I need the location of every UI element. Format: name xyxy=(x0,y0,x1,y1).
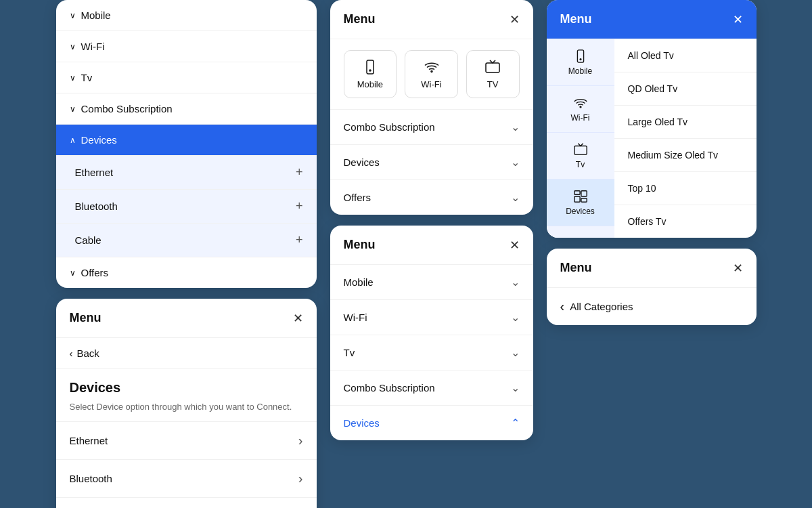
chevron-down-icon: ∨ xyxy=(70,42,76,51)
nav-combo[interactable]: ∨ Combo Subscription xyxy=(56,93,317,125)
menu-title: Menu xyxy=(560,12,592,26)
nav-offers[interactable]: ∨ Offers xyxy=(56,257,317,288)
cable-label: Cable xyxy=(75,234,102,246)
svg-rect-0 xyxy=(367,60,374,74)
devices-icon xyxy=(573,189,588,204)
chevron-down-icon xyxy=(511,191,520,204)
left-nav-tv-label: Tv xyxy=(576,160,585,169)
devices-detail-card: Menu ✕ ‹ Back Devices Select Device opti… xyxy=(56,299,317,508)
two-col-layout: Mobile Wi-Fi Tv xyxy=(547,39,757,238)
tv-label: Tv xyxy=(344,347,355,358)
left-nav-wifi-label: Wi-Fi xyxy=(571,113,590,123)
all-categories-card: Menu ✕ ‹ All Categories xyxy=(547,249,757,325)
menu-title: Menu xyxy=(560,261,592,275)
back-nav[interactable]: ‹ Back xyxy=(56,338,317,369)
bluetooth-label: Bluetooth xyxy=(75,200,118,212)
chevron-down-icon: ∨ xyxy=(70,104,76,114)
all-categories-nav[interactable]: ‹ All Categories xyxy=(547,288,757,325)
offers-item[interactable]: Offers xyxy=(330,180,533,215)
cable-item[interactable]: Cable xyxy=(56,497,317,508)
mobile-label: Mobile xyxy=(344,276,374,288)
chevron-right-icon xyxy=(298,433,303,448)
large-oled-tv[interactable]: Large Oled Tv xyxy=(614,106,757,139)
tv-icon xyxy=(573,142,588,157)
svg-rect-11 xyxy=(574,191,579,195)
chevron-down-icon: ∨ xyxy=(70,73,76,83)
ethernet-label: Ethernet xyxy=(70,435,108,446)
left-nav-tv[interactable]: Tv xyxy=(547,133,614,179)
chevron-down-icon xyxy=(511,311,520,324)
close-button[interactable]: ✕ xyxy=(510,14,520,26)
tab-mobile[interactable]: Mobile xyxy=(344,50,397,98)
card-header: Menu ✕ xyxy=(330,226,533,265)
left-nav-mobile-label: Mobile xyxy=(568,66,592,76)
nav-wifi-label: Wi-Fi xyxy=(81,41,105,52)
svg-rect-8 xyxy=(574,196,579,202)
menu-title: Menu xyxy=(70,311,102,325)
blue-menu-card: Menu ✕ Mobile xyxy=(547,0,757,238)
plus-icon[interactable]: + xyxy=(296,199,303,213)
svg-rect-3 xyxy=(486,63,499,72)
close-button[interactable]: ✕ xyxy=(733,14,743,26)
chevron-down-icon xyxy=(511,346,520,359)
tv-item[interactable]: Tv xyxy=(330,335,533,371)
top-10[interactable]: Top 10 xyxy=(614,172,757,205)
card-header: Menu ✕ xyxy=(547,249,757,288)
chevron-up-icon: ∧ xyxy=(70,135,76,145)
close-button[interactable]: ✕ xyxy=(733,262,743,274)
combo-label: Combo Subscription xyxy=(344,382,435,394)
all-oled-tv[interactable]: All Oled Tv xyxy=(614,39,757,72)
nav-wifi[interactable]: ∨ Wi-Fi xyxy=(56,31,317,62)
menu-accordion-card: Menu ✕ Mobile Wi-Fi Tv Combo Subscriptio… xyxy=(330,226,533,440)
wifi-label: Wi-Fi xyxy=(344,312,367,323)
wifi-item[interactable]: Wi-Fi xyxy=(330,300,533,335)
ethernet-item[interactable]: Ethernet xyxy=(56,421,317,459)
plus-icon[interactable]: + xyxy=(296,165,303,179)
chevron-up-icon xyxy=(511,417,520,429)
nav-tv[interactable]: ∨ Tv xyxy=(56,62,317,93)
svg-rect-9 xyxy=(581,198,586,203)
combo-subscription-item[interactable]: Combo Subscription xyxy=(330,110,533,145)
nav-devices[interactable]: ∧ Devices xyxy=(56,125,317,156)
devices-item[interactable]: Devices xyxy=(330,145,533,180)
section-heading: Devices xyxy=(56,369,317,398)
bluetooth-label: Bluetooth xyxy=(70,473,112,484)
chevron-down-icon: ∨ xyxy=(70,268,76,278)
tv-icon xyxy=(484,59,501,75)
svg-rect-7 xyxy=(574,146,586,155)
bluetooth-item[interactable]: Bluetooth xyxy=(56,459,317,497)
nav-cable[interactable]: Cable + xyxy=(56,224,317,257)
all-categories-label: All Categories xyxy=(570,301,633,312)
devices-active-item[interactable]: Devices xyxy=(330,406,533,440)
menu-title: Menu xyxy=(344,238,376,252)
combo-item[interactable]: Combo Subscription xyxy=(330,371,533,406)
svg-point-6 xyxy=(580,106,581,108)
mobile-icon xyxy=(573,49,588,64)
svg-point-2 xyxy=(431,71,432,72)
svg-rect-4 xyxy=(577,50,583,62)
devices-label: Devices xyxy=(344,417,380,429)
nav-bluetooth[interactable]: Bluetooth + xyxy=(56,190,317,224)
left-nav-mobile[interactable]: Mobile xyxy=(547,39,614,86)
plus-icon[interactable]: + xyxy=(296,233,303,247)
offers-tv[interactable]: Offers Tv xyxy=(614,205,757,238)
medium-size-oled-tv[interactable]: Medium Size Oled Tv xyxy=(614,139,757,172)
chevron-down-icon xyxy=(511,121,520,133)
wifi-icon xyxy=(573,96,588,110)
close-button[interactable]: ✕ xyxy=(293,312,303,324)
chevron-left-icon: ‹ xyxy=(560,299,565,314)
nav-ethernet[interactable]: Ethernet + xyxy=(56,156,317,190)
left-nav-wifi[interactable]: Wi-Fi xyxy=(547,86,614,133)
qd-oled-tv[interactable]: QD Oled Tv xyxy=(614,72,757,106)
chevron-down-icon: ∨ xyxy=(70,11,76,20)
close-button[interactable]: ✕ xyxy=(510,239,520,251)
tab-wifi[interactable]: Wi-Fi xyxy=(405,50,458,98)
left-nav-devices-label: Devices xyxy=(566,207,595,216)
left-nav-devices[interactable]: Devices xyxy=(547,179,614,226)
svg-rect-10 xyxy=(581,191,586,196)
nav-mobile[interactable]: ∨ Mobile xyxy=(56,0,317,31)
wifi-icon xyxy=(424,59,440,75)
tab-tv-label: TV xyxy=(487,79,499,89)
tab-tv[interactable]: TV xyxy=(466,50,520,98)
mobile-item[interactable]: Mobile xyxy=(330,265,533,300)
